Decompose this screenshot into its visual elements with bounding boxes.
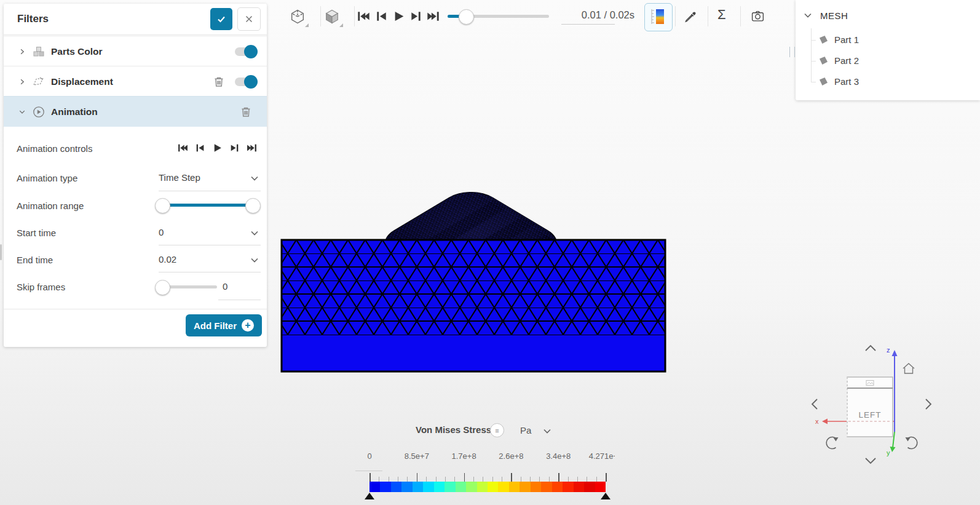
skip-to-start-button[interactable] [357,10,370,23]
delete-animation-icon[interactable] [240,106,252,118]
rotate-ccw-button[interactable] [826,437,838,449]
legend-min-input[interactable]: 0 [367,451,371,461]
anim-step-forward-button[interactable] [229,143,240,153]
parts-color-toggle[interactable] [235,47,256,56]
panel-divider [4,309,267,309]
anim-play-button[interactable] [212,143,223,153]
legend-unit-select[interactable]: Pa [520,425,531,435]
legend-title: Von Mises Stress [416,424,491,435]
left-edge-scrollbar[interactable] [0,244,2,260]
pan-up-button[interactable] [866,346,875,351]
legend-tick [398,477,398,482]
delete-displacement-icon[interactable] [213,76,225,88]
legend-colorbar[interactable] [369,482,606,492]
view-navigation-widget: x LEFT z y [804,340,939,472]
legend-tick-ruler [369,472,606,482]
panel-resize-handle[interactable] [789,47,795,57]
wireframe-cube-icon[interactable] [289,8,306,25]
check-icon [216,14,227,25]
anim-skip-end-button[interactable] [247,143,257,153]
viewcube-face[interactable]: LEFT [847,377,893,437]
animation-type-select[interactable]: Time Step [159,172,200,183]
mesh-collapse-chevron-icon[interactable] [803,10,813,20]
time-current-input[interactable]: 0.01 [582,9,601,20]
legend-tick [511,473,512,482]
displacement-icon [32,75,45,89]
legend-tick [445,477,446,482]
filter-row-displacement[interactable]: Displacement [4,66,267,97]
animation-range-handle-max[interactable] [245,198,261,213]
skip-frames-label: Skip frames [17,282,65,292]
colormap-legend-button[interactable] [644,3,673,31]
filter-row-parts-color[interactable]: Parts Color [4,36,267,66]
filter-row-animation[interactable]: Animation [4,96,267,127]
legend-color-segment [541,482,551,492]
add-filter-button[interactable]: Add Filter + [186,314,262,336]
legend-tick [464,473,465,482]
legend-max-handle[interactable] [601,493,611,499]
legend-color-segment [477,482,488,492]
screenshot-camera-button[interactable] [751,9,765,23]
legend-max-input[interactable]: 4.271e+8 [589,451,615,461]
mesh-item-part-1[interactable]: Part 1 [819,34,859,45]
legend-tick-label: 8.5e+7 [405,451,429,461]
viewport-3d-model[interactable] [271,172,676,381]
scalar-legend: Von Mises Stress ≡ Pa 08.5e+71.7e+82.6e+… [355,423,615,501]
legend-color-segment [509,482,520,492]
add-filter-label: Add Filter [194,320,237,331]
skip-frames-handle[interactable] [155,280,170,295]
time-display[interactable]: 0.01 / 0.02s [553,9,634,21]
legend-menu-button[interactable]: ≡ [490,423,504,437]
probe-eyedropper-button[interactable] [684,10,698,23]
end-time-underline [159,272,261,272]
step-back-button[interactable] [375,10,388,23]
legend-color-segment [595,482,606,492]
pan-right-button[interactable] [926,399,931,409]
animation-range-handle-min[interactable] [155,198,170,213]
home-view-button[interactable] [903,364,914,373]
time-slider-handle[interactable] [459,9,474,25]
anim-step-back-button[interactable] [195,143,205,153]
skip-to-end-button[interactable] [427,10,440,23]
pan-down-button[interactable] [866,458,875,463]
legend-color-segment [391,482,401,492]
pan-left-button[interactable] [812,399,817,409]
chevron-right-icon[interactable] [18,47,26,56]
legend-tick [492,477,493,482]
apply-filters-button[interactable] [210,8,232,30]
filter-row-label: Parts Color [51,46,103,57]
skip-frames-underline [218,300,261,300]
legend-min-handle[interactable] [365,493,374,499]
end-time-select[interactable]: 0.02 [159,254,176,264]
filters-panel-title: Filters [17,13,210,25]
mesh-item-part-3[interactable]: Part 3 [819,76,859,87]
legend-color-segment [466,482,476,492]
displacement-toggle[interactable] [235,78,256,86]
legend-tick-label: 3.4e+8 [546,451,571,461]
legend-tick [417,473,418,482]
rotate-cw-button[interactable] [906,437,917,449]
legend-tick [454,477,455,482]
time-total-label: / 0.02s [601,9,634,20]
animation-controls-label: Animation controls [17,143,92,154]
solid-cube-icon[interactable] [323,8,341,25]
legend-tick [558,473,559,482]
colormap-icon [649,7,667,26]
mesh-item-part-2[interactable]: Part 2 [819,55,859,66]
step-forward-button[interactable] [409,10,422,23]
close-filters-button[interactable] [237,7,261,31]
legend-labels: 08.5e+71.7e+82.6e+83.4e+84.271e+8 [369,451,606,461]
tree-connector [811,28,812,82]
anim-skip-start-button[interactable] [178,143,188,153]
legend-tick [568,477,569,482]
animation-range-track[interactable] [159,204,259,207]
legend-color-segment [498,482,508,492]
chevron-down-icon[interactable] [18,108,26,116]
play-button[interactable] [392,10,405,23]
statistics-sigma-button[interactable]: Σ [717,7,726,23]
chevron-down-icon[interactable] [542,426,552,436]
chevron-right-icon[interactable] [18,78,26,86]
legend-tick-label: 2.6e+8 [499,451,523,461]
skip-frames-input[interactable]: 0 [223,281,227,292]
start-time-select[interactable]: 0 [159,227,164,237]
